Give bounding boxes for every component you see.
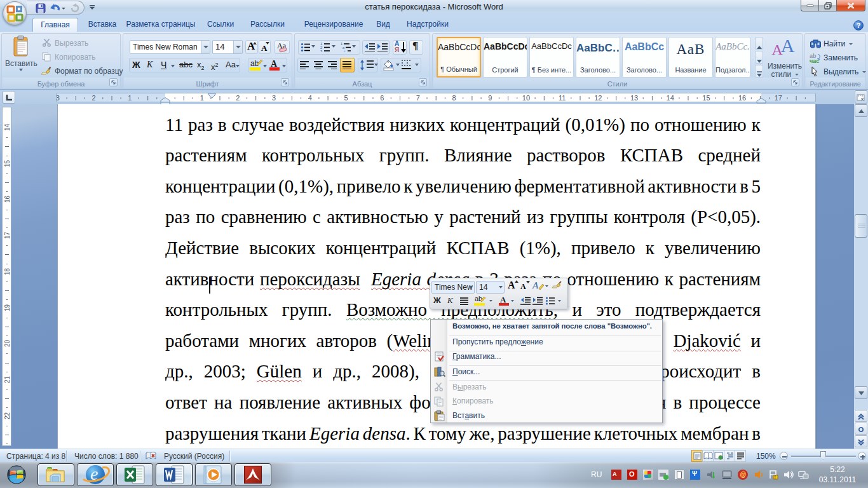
svg-text:3: 3 <box>272 94 276 102</box>
svg-text:5: 5 <box>344 94 348 102</box>
svg-text:1: 1 <box>200 94 204 102</box>
svg-text:!: ! <box>775 475 776 479</box>
svg-text:3: 3 <box>320 50 323 52</box>
svg-text:16: 16 <box>738 94 746 102</box>
svg-text:3: 3 <box>57 94 60 102</box>
svg-text:17: 17 <box>775 94 782 102</box>
svg-text:13: 13 <box>630 94 638 102</box>
svg-text:2: 2 <box>92 94 96 102</box>
svg-text:8: 8 <box>452 94 456 102</box>
svg-text:11: 11 <box>559 94 566 102</box>
svg-text:10: 10 <box>522 94 530 102</box>
svg-text:2: 2 <box>236 94 240 102</box>
svg-text:1: 1 <box>128 94 132 102</box>
svg-text:9: 9 <box>488 94 492 102</box>
svg-text:4: 4 <box>308 94 312 102</box>
svg-text:15: 15 <box>702 94 710 102</box>
svg-text:i: i <box>344 50 345 52</box>
svg-text:12: 12 <box>594 94 602 102</box>
svg-text:14: 14 <box>667 94 674 102</box>
svg-text:6: 6 <box>380 94 384 102</box>
svg-text:7: 7 <box>416 94 420 102</box>
